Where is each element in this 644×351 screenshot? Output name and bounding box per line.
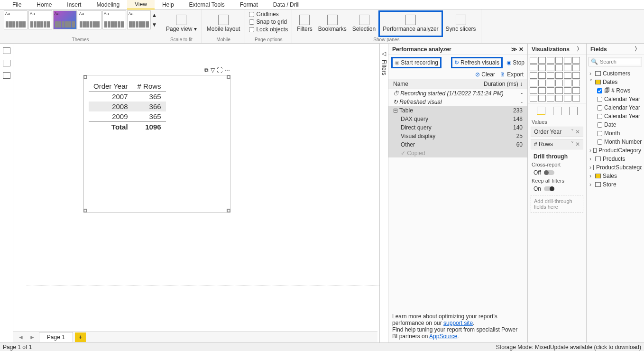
data-view-icon[interactable] (3, 60, 10, 66)
keep-filters-toggle[interactable]: On (528, 185, 586, 193)
menu-data-drill[interactable]: Data / Drill (266, 0, 307, 9)
lock-checkbox[interactable]: Lock objects (247, 26, 290, 33)
fields-search[interactable]: 🔍 (589, 57, 642, 66)
viz-type-icon[interactable] (555, 87, 563, 94)
stop-button[interactable]: ◉ Stop (506, 59, 524, 66)
field-column[interactable]: Calendar Year M... (589, 103, 642, 112)
viz-type-icon[interactable] (538, 72, 546, 79)
field-table-sales[interactable]: › Sales (589, 172, 642, 180)
field-table-dates[interactable]: ˅ Dates (589, 78, 642, 86)
field-well-order-year[interactable]: Order Year˅ ✕ (531, 127, 583, 137)
viz-type-icon[interactable] (572, 80, 580, 86)
visual-copy-icon[interactable]: ⧉ (204, 67, 209, 74)
viz-type-icon[interactable] (564, 87, 571, 94)
viz-type-icon[interactable] (555, 95, 563, 102)
fields-collapse-icon[interactable]: 〉 (635, 45, 640, 53)
theme-3-selected[interactable]: Aa (53, 10, 77, 29)
field-table-products[interactable]: › Products (589, 155, 642, 163)
theme-scroll-down[interactable]: ▼ (152, 21, 157, 28)
page-tab-1[interactable]: Page 1 (39, 332, 73, 342)
viz-type-icon[interactable] (572, 57, 580, 64)
filters-button[interactable]: Filters (294, 10, 315, 37)
theme-6[interactable]: Aa (127, 10, 151, 29)
field-column[interactable]: Month (589, 129, 642, 138)
status-right[interactable]: Storage Mode: MixedUpdate available (cli… (496, 344, 641, 351)
format-tab-icon[interactable] (553, 107, 561, 115)
field-column[interactable]: Month Number (589, 138, 642, 146)
menu-view[interactable]: View (127, 0, 155, 9)
viz-type-icon[interactable] (564, 95, 571, 102)
fields-tab-icon[interactable] (537, 107, 545, 115)
perf-close-icon[interactable]: ✕ (519, 46, 524, 53)
field-table-customers[interactable]: › Customers (589, 69, 642, 78)
field-table-productsubcategory[interactable]: › ProductSubcategory (589, 163, 642, 172)
menu-format[interactable]: Format (232, 0, 266, 9)
viz-type-icon[interactable] (547, 72, 554, 79)
viz-type-icon[interactable] (547, 57, 554, 64)
performance-analyzer-button[interactable]: Performance analyzer (378, 10, 442, 37)
tab-next[interactable]: ► (28, 334, 37, 341)
viz-type-icon[interactable] (555, 57, 563, 64)
refresh-visuals-button[interactable]: ↻ Refresh visuals (451, 57, 503, 68)
mobile-layout-button[interactable]: Mobile layout (204, 10, 243, 37)
perf-row[interactable]: ⊟ Table233 (388, 106, 527, 115)
field-column[interactable]: 🗐 # Rows (589, 86, 642, 95)
theme-5[interactable]: Aa (102, 10, 126, 29)
perf-collapse-icon[interactable]: ≫ (511, 46, 517, 53)
viz-type-icon[interactable] (538, 80, 546, 86)
viz-type-icon[interactable] (530, 57, 537, 64)
selection-button[interactable]: Selection (350, 10, 378, 37)
viz-type-icon[interactable] (555, 72, 563, 79)
viz-type-icon[interactable] (538, 95, 546, 102)
field-column[interactable]: Calendar Year N... (589, 112, 642, 120)
sync-slicers-button[interactable]: Sync slicers (443, 10, 479, 37)
cross-report-toggle[interactable]: Off (528, 168, 586, 177)
viz-type-icon[interactable] (530, 72, 537, 79)
gridlines-checkbox[interactable]: Gridlines (247, 10, 280, 18)
theme-2[interactable]: Aa (28, 10, 52, 29)
report-view-icon[interactable] (3, 47, 10, 54)
viz-type-icon[interactable] (555, 65, 563, 71)
viz-type-icon[interactable] (547, 65, 554, 71)
support-site-link[interactable]: support site (443, 320, 473, 326)
viz-type-icon[interactable] (538, 87, 546, 94)
viz-type-icon[interactable] (572, 95, 580, 102)
viz-type-icon[interactable] (572, 72, 580, 79)
export-button[interactable]: 🗎 Export (500, 71, 524, 78)
visual-more-icon[interactable]: ⋯ (224, 67, 230, 74)
field-column[interactable]: Date (589, 120, 642, 129)
table-visual[interactable]: ⧉ ▽ ⛶ ⋯ Order Year# Rows 2007365 2008366… (83, 75, 230, 212)
viz-type-icon[interactable] (538, 57, 546, 64)
snap-checkbox[interactable]: Snap to grid (247, 18, 289, 26)
field-column[interactable]: Calendar Year (589, 95, 642, 103)
clear-button[interactable]: ⊘ Clear (475, 71, 495, 78)
page-view-button[interactable]: Page view ▾ (163, 10, 200, 37)
search-input[interactable] (600, 59, 640, 65)
menu-external-tools[interactable]: External Tools (182, 0, 232, 9)
theme-gallery[interactable]: Aa Aa Aa Aa Aa Aa ▲▼ (4, 10, 157, 29)
viz-type-icon[interactable] (547, 87, 554, 94)
viz-type-icon[interactable] (564, 80, 571, 86)
theme-scroll-up[interactable]: ▲ (152, 12, 157, 18)
field-table-store[interactable]: › Store (589, 180, 642, 189)
viz-type-icon[interactable] (572, 65, 580, 71)
menu-file[interactable]: File (5, 0, 29, 9)
viz-collapse-icon[interactable]: 〉 (577, 45, 582, 53)
drill-drop-area[interactable]: Add drill-through fields here (531, 195, 583, 213)
field-table-productcategory[interactable]: › ProductCategory (589, 146, 642, 155)
theme-4[interactable]: Aa (78, 10, 101, 29)
theme-1[interactable]: Aa (4, 10, 28, 29)
viz-type-icon[interactable] (530, 87, 537, 94)
viz-type-icon[interactable] (530, 65, 537, 71)
tab-prev[interactable]: ◄ (16, 334, 26, 341)
viz-type-icon[interactable] (547, 80, 554, 86)
field-well-rows[interactable]: # Rows˅ ✕ (531, 139, 583, 149)
viz-type-icon[interactable] (547, 95, 554, 102)
model-view-icon[interactable] (3, 72, 10, 79)
report-canvas[interactable]: ⧉ ▽ ⛶ ⋯ Order Year# Rows 2007365 2008366… (13, 44, 379, 342)
viz-type-icon[interactable] (555, 80, 563, 86)
menu-insert[interactable]: Insert (59, 0, 89, 9)
menu-home[interactable]: Home (29, 0, 59, 9)
analytics-tab-icon[interactable] (569, 107, 578, 115)
add-page-button[interactable]: + (75, 333, 86, 342)
